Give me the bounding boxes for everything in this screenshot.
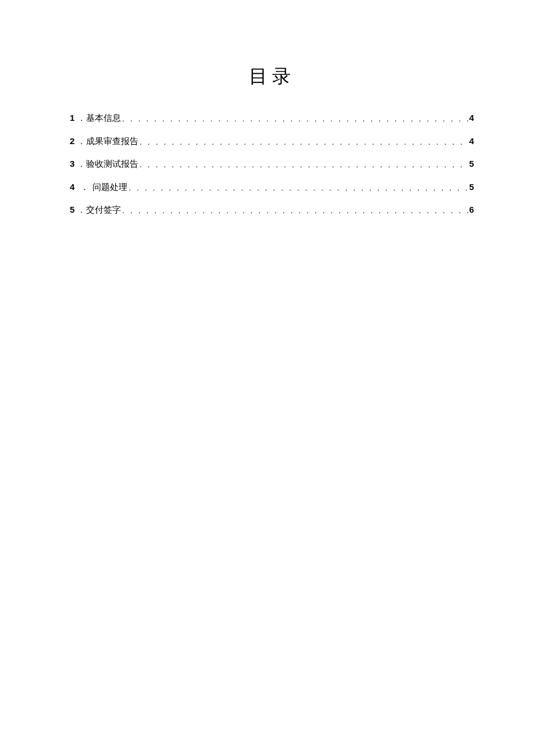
toc-page-number: 4 <box>469 112 474 125</box>
toc-page-number: 5 <box>469 157 474 171</box>
toc-number: 3 <box>70 157 74 171</box>
toc-text: 交付签字 <box>86 203 121 217</box>
toc-entry: 1 . 基本信息 4 <box>70 112 474 125</box>
table-of-contents: 1 . 基本信息 4 2 . 成果审查报告 4 3 . 验收测试报告 5 4 ．… <box>70 112 474 217</box>
toc-number: 5 <box>70 203 74 217</box>
toc-text: 验收测试报告 <box>86 157 138 171</box>
toc-text: 基本信息 <box>86 112 121 125</box>
toc-entry: 3 . 验收测试报告 5 <box>70 157 474 171</box>
toc-entry: 2 . 成果审查报告 4 <box>70 135 474 148</box>
toc-leader-dots <box>140 159 468 171</box>
toc-separator: . <box>80 135 83 148</box>
toc-separator: . <box>80 203 83 217</box>
toc-separator: . <box>80 112 83 125</box>
toc-page-number: 6 <box>469 203 474 217</box>
toc-page-number: 4 <box>469 135 474 148</box>
toc-number: 1 <box>70 112 74 125</box>
toc-page-number: 5 <box>469 181 474 194</box>
toc-leader-dots <box>122 205 468 217</box>
toc-leader-dots <box>140 136 468 148</box>
toc-number: 2 <box>70 135 74 148</box>
toc-separator: ． <box>80 181 89 194</box>
toc-text: 问题处理 <box>92 181 127 194</box>
toc-leader-dots <box>129 182 468 194</box>
toc-entry: 4 ． 问题处理 5 <box>70 181 474 194</box>
page-title: 目录 <box>70 64 474 89</box>
toc-text: 成果审查报告 <box>86 135 138 148</box>
toc-separator: . <box>80 157 83 171</box>
toc-leader-dots <box>122 113 468 125</box>
toc-number: 4 <box>70 181 74 194</box>
toc-entry: 5 . 交付签字 6 <box>70 203 474 217</box>
